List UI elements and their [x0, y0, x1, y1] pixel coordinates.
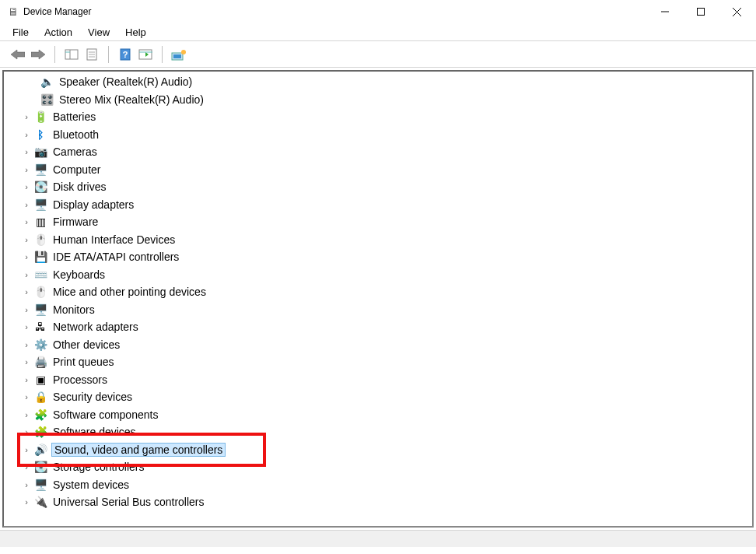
- category-label: Storage controllers: [51, 461, 146, 473]
- chevron-right-icon[interactable]: ›: [21, 217, 32, 226]
- maximize-button[interactable]: [683, 0, 719, 23]
- toolbar: ?: [0, 41, 756, 68]
- minimize-button[interactable]: [647, 0, 683, 23]
- device-label: Speaker (Realtek(R) Audio): [58, 75, 194, 88]
- tree-category-item[interactable]: ›🧩Software devices: [21, 423, 752, 441]
- tree-category-item[interactable]: ›ᛒBluetooth: [21, 126, 752, 144]
- category-icon: 💽: [33, 180, 47, 194]
- chevron-right-icon[interactable]: ›: [21, 147, 32, 156]
- chevron-right-icon[interactable]: ›: [21, 427, 32, 437]
- chevron-right-icon[interactable]: ›: [21, 480, 32, 489]
- tree-category-item[interactable]: ›🔌Universal Serial Bus controllers: [21, 493, 752, 511]
- tree-category-item[interactable]: ›▥Firmware: [21, 213, 752, 231]
- scan-hardware-button[interactable]: [135, 44, 156, 65]
- tree-category-item[interactable]: ›⚙️Other devices: [21, 336, 752, 354]
- menu-action[interactable]: Action: [37, 25, 80, 40]
- chevron-right-icon[interactable]: ›: [21, 375, 32, 384]
- chevron-right-icon[interactable]: ›: [21, 497, 32, 507]
- tree-category-item[interactable]: ›⌨️Keyboards: [21, 266, 752, 284]
- tree-category-item[interactable]: ›🖧Network adapters: [21, 318, 752, 336]
- close-button[interactable]: [719, 0, 754, 23]
- menu-view[interactable]: View: [80, 25, 117, 40]
- category-icon: ▥: [33, 215, 47, 229]
- device-icon: 🎛️: [40, 93, 54, 107]
- category-icon: 🔋: [33, 110, 47, 124]
- tree-category-item[interactable]: ›🧩Software components: [21, 406, 752, 424]
- category-icon: 🖱️: [33, 285, 47, 299]
- tree-category-item[interactable]: ›📷Cameras: [21, 143, 752, 161]
- svg-rect-4: [65, 50, 78, 59]
- tree-category-item[interactable]: ›🔊Sound, video and game controllers: [21, 441, 752, 459]
- chevron-right-icon[interactable]: ›: [21, 270, 32, 279]
- category-icon: 🖥️: [33, 303, 47, 317]
- category-label: System devices: [51, 479, 131, 491]
- tree-category-item[interactable]: ›🖥️System devices: [21, 476, 752, 494]
- category-icon: 🖧: [33, 320, 47, 334]
- chevron-right-icon[interactable]: ›: [21, 305, 32, 314]
- help-button[interactable]: ?: [115, 44, 135, 65]
- category-icon: 🖥️: [33, 198, 47, 212]
- tree-category-item[interactable]: ›🖥️Display adapters: [21, 196, 752, 214]
- chevron-right-icon[interactable]: ›: [21, 130, 32, 139]
- category-label: Processors: [51, 373, 109, 386]
- tree-category-item[interactable]: ›💽Storage controllers: [21, 458, 752, 476]
- category-icon: 🔌: [33, 495, 47, 509]
- show-hide-tree-button[interactable]: [61, 44, 82, 65]
- category-label: Disk drives: [51, 181, 107, 193]
- tree-category-item[interactable]: ›🖥️Computer: [21, 161, 752, 179]
- chevron-right-icon[interactable]: ›: [21, 235, 32, 244]
- menubar: File Action View Help: [0, 23, 756, 40]
- category-icon: 🖨️: [33, 355, 47, 369]
- tree-category-item[interactable]: ›🖨️Print queues: [21, 353, 752, 371]
- menu-help[interactable]: Help: [117, 25, 154, 40]
- tree-leaf-item[interactable]: 🔈Speaker (Realtek(R) Audio): [21, 73, 752, 91]
- chevron-right-icon[interactable]: ›: [21, 322, 32, 331]
- chevron-right-icon[interactable]: ›: [21, 340, 32, 349]
- chevron-right-icon[interactable]: ›: [21, 392, 32, 401]
- tree-category-item[interactable]: ›▣Processors: [21, 371, 752, 389]
- category-icon: 🖥️: [33, 163, 47, 177]
- category-label: Display adapters: [51, 198, 135, 211]
- tree-category-item[interactable]: ›🖱️Human Interface Devices: [21, 231, 752, 249]
- category-label: Security devices: [51, 391, 134, 403]
- chevron-right-icon[interactable]: ›: [21, 410, 32, 419]
- svg-rect-1: [698, 9, 705, 16]
- category-label: Software components: [51, 408, 159, 421]
- chevron-right-icon[interactable]: ›: [21, 200, 32, 209]
- back-button[interactable]: [8, 44, 28, 65]
- chevron-right-icon[interactable]: ›: [21, 462, 32, 472]
- category-icon: 💾: [33, 250, 47, 264]
- tree-category-item[interactable]: ›🖥️Monitors: [21, 301, 752, 319]
- category-label: Monitors: [51, 303, 96, 316]
- category-label: Batteries: [51, 110, 97, 123]
- chevron-right-icon[interactable]: ›: [21, 445, 32, 454]
- chevron-right-icon[interactable]: ›: [21, 112, 32, 121]
- titlebar: 🖥 Device Manager: [0, 0, 756, 23]
- menu-file[interactable]: File: [5, 25, 37, 40]
- device-action-button[interactable]: [169, 44, 189, 65]
- tree-category-item[interactable]: ›💽Disk drives: [21, 178, 752, 196]
- tree-category-item[interactable]: ›🖱️Mice and other pointing devices: [21, 283, 752, 301]
- chevron-right-icon[interactable]: ›: [21, 357, 32, 366]
- category-label: Sound, video and game controllers: [51, 443, 226, 457]
- category-icon: 🔊: [33, 443, 47, 457]
- tree-pane[interactable]: 🔈Speaker (Realtek(R) Audio)🎛️Stereo Mix …: [2, 70, 754, 528]
- category-label: Cameras: [51, 146, 99, 158]
- properties-button[interactable]: [82, 44, 102, 65]
- chevron-right-icon[interactable]: ›: [21, 252, 32, 261]
- tree-leaf-item[interactable]: 🎛️Stereo Mix (Realtek(R) Audio): [21, 91, 752, 109]
- tree-category-item[interactable]: ›🔋Batteries: [21, 108, 752, 126]
- tree-category-item[interactable]: ›💾IDE ATA/ATAPI controllers: [21, 248, 752, 266]
- chevron-right-icon[interactable]: ›: [21, 182, 32, 191]
- app-icon: 🖥: [8, 5, 19, 18]
- category-icon: 🔒: [33, 390, 47, 404]
- forward-button[interactable]: [28, 44, 48, 65]
- tree-category-item[interactable]: ›🔒Security devices: [21, 388, 752, 406]
- category-label: Mice and other pointing devices: [51, 286, 208, 298]
- svg-text:?: ?: [123, 50, 128, 59]
- category-icon: 🖱️: [33, 233, 47, 247]
- category-label: Print queues: [51, 356, 116, 368]
- category-label: Keyboards: [51, 268, 107, 281]
- chevron-right-icon[interactable]: ›: [21, 165, 32, 174]
- chevron-right-icon[interactable]: ›: [21, 287, 32, 296]
